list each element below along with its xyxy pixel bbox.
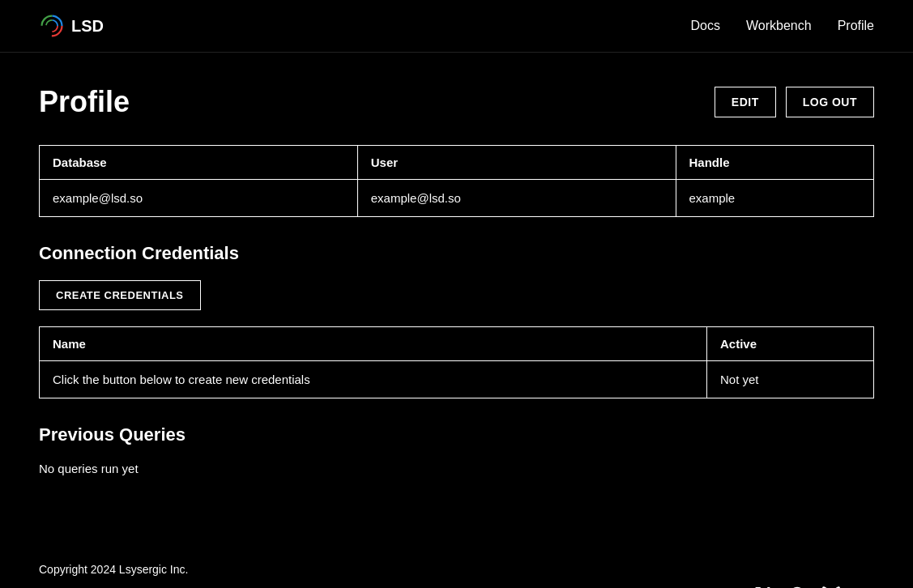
nav-profile[interactable]: Profile xyxy=(838,19,874,33)
logo-text: LSD xyxy=(71,17,104,36)
queries-section: Previous Queries No queries run yet xyxy=(39,424,874,475)
no-queries-message: No queries run yet xyxy=(39,462,874,475)
cred-cell-active: Not yet xyxy=(707,361,874,398)
queries-title: Previous Queries xyxy=(39,424,874,445)
edit-button[interactable]: EDIT xyxy=(715,87,776,117)
credentials-title: Connection Credentials xyxy=(39,243,874,264)
cell-handle: example xyxy=(676,180,874,217)
cell-user: example@lsd.so xyxy=(357,180,676,217)
logo-link[interactable]: LSD xyxy=(39,13,104,39)
nav-workbench[interactable]: Workbench xyxy=(746,19,812,33)
cred-col-active: Active xyxy=(707,327,874,361)
cell-database: example@lsd.so xyxy=(40,180,358,217)
col-user: User xyxy=(357,146,676,180)
col-database: Database xyxy=(40,146,358,180)
cred-cell-name: Click the button below to create new cre… xyxy=(40,361,707,398)
nav-docs[interactable]: Docs xyxy=(691,19,720,33)
footer-copyright: Copyright 2024 Lsysergic Inc. xyxy=(39,563,874,576)
create-credentials-button[interactable]: CREATE CREDENTIALS xyxy=(39,280,201,310)
page-title: Profile xyxy=(39,85,130,119)
logo-icon xyxy=(39,13,65,39)
col-handle: Handle xyxy=(676,146,874,180)
main-nav: Docs Workbench Profile xyxy=(691,19,874,33)
logout-button[interactable]: LOG OUT xyxy=(786,87,874,117)
profile-table: Database User Handle example@lsd.so exam… xyxy=(39,145,874,217)
credentials-row: Click the button below to create new cre… xyxy=(40,361,874,398)
credentials-section: Connection Credentials CREATE CREDENTIAL… xyxy=(39,243,874,398)
credentials-table: Name Active Click the button below to cr… xyxy=(39,326,874,398)
profile-row: example@lsd.so example@lsd.so example xyxy=(40,180,874,217)
page-header: Profile EDIT LOG OUT xyxy=(39,85,874,119)
header-actions: EDIT LOG OUT xyxy=(715,87,874,117)
cred-col-name: Name xyxy=(40,327,707,361)
